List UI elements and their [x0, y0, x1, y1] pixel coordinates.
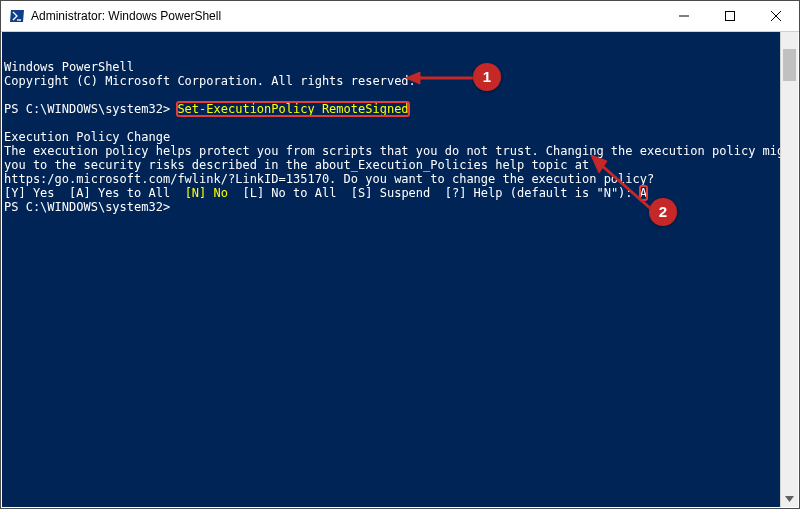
minimize-button[interactable] [661, 1, 707, 31]
scroll-down-button[interactable] [781, 490, 798, 507]
banner-line2: Copyright (C) Microsoft Corporation. All… [4, 74, 416, 88]
powershell-window: Administrator: Windows PowerShell Window… [0, 0, 800, 509]
user-answer: A [640, 186, 647, 200]
svg-rect-3 [726, 12, 735, 21]
policy-line-2: you to the security risks described in t… [4, 158, 589, 172]
choice-prefix: [Y] Yes [A] Yes to All [4, 186, 185, 200]
titlebar[interactable]: Administrator: Windows PowerShell [1, 1, 799, 32]
choice-suffix: [L] No to All [S] Suspend [?] Help (defa… [228, 186, 640, 200]
terminal-area[interactable]: Windows PowerShell Copyright (C) Microso… [2, 32, 798, 507]
prompt-1: PS C:\WINDOWS\system32> [4, 102, 177, 116]
vertical-scrollbar[interactable] [780, 32, 798, 507]
window-buttons [661, 1, 799, 31]
policy-line-1: The execution policy helps protect you f… [4, 144, 798, 158]
scroll-thumb[interactable] [783, 49, 796, 81]
command-entered: Set-ExecutionPolicy RemoteSigned [177, 102, 408, 116]
powershell-icon [9, 8, 25, 24]
svg-marker-7 [785, 496, 794, 502]
window-title: Administrator: Windows PowerShell [31, 9, 661, 23]
maximize-button[interactable] [707, 1, 753, 31]
terminal-text: Windows PowerShell Copyright (C) Microso… [2, 60, 798, 214]
policy-line-3: https:/go.microsoft.com/fwlink/?LinkID=1… [4, 172, 654, 186]
prompt-2: PS C:\WINDOWS\system32> [4, 200, 177, 214]
policy-title: Execution Policy Change [4, 130, 170, 144]
close-button[interactable] [753, 1, 799, 31]
choice-no: [N] No [185, 186, 228, 200]
banner-line1: Windows PowerShell [4, 60, 134, 74]
